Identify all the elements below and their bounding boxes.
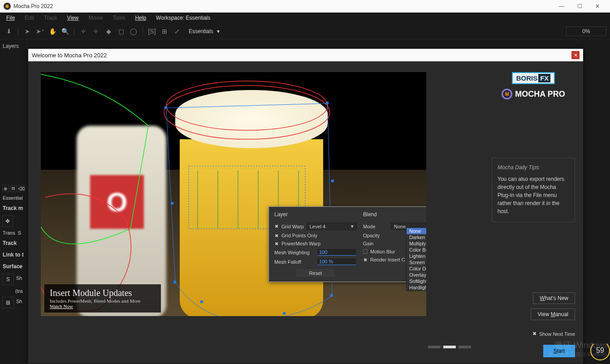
save-icon[interactable]: ⬇ <box>4 26 14 37</box>
hero-caption: Insert Module Updates Includes PowerMesh… <box>44 284 161 313</box>
pointer-plus-icon[interactable]: ➤⁺ <box>35 26 45 37</box>
menu-edit[interactable]: Edit <box>21 14 38 22</box>
mode-option[interactable]: Softlight <box>407 278 426 284</box>
svg-rect-6 <box>330 294 333 297</box>
mode-dropdown-list[interactable]: None Darken Multiply Color Burn Lighten … <box>406 227 426 291</box>
welcome-close-button[interactable]: ✕ <box>571 51 580 59</box>
expand-icon[interactable]: ⤢ <box>172 26 182 37</box>
menu-tools[interactable]: Tools <box>109 14 129 22</box>
carousel-dot[interactable] <box>443 346 456 348</box>
surface-grid-icon[interactable]: ⊞ <box>2 297 14 308</box>
mode-option[interactable]: Color Dodge <box>407 266 426 272</box>
layer-del-icon[interactable]: ⌫ <box>18 185 25 192</box>
render-insert-label: Render Insert C <box>370 257 405 262</box>
minimize-button[interactable]: — <box>553 0 571 13</box>
tra-label: (tra <box>2 287 26 295</box>
show-next-checkbox[interactable]: ✖ <box>532 331 536 337</box>
zoom-icon[interactable]: 🔍 <box>60 26 70 37</box>
welcome-dialog: Welcome to Mocha Pro 2022 ✕ O <box>28 48 584 364</box>
spline-x-icon[interactable]: ✧ <box>78 26 89 37</box>
chevron-down-icon: ▾ <box>351 223 354 229</box>
start-button[interactable]: Start <box>543 345 575 357</box>
ellipse-x-icon[interactable]: ◯ <box>128 26 139 37</box>
layers-panel-header: Layers <box>2 42 26 54</box>
tips-title: Mocha Daily Tips: <box>498 164 569 171</box>
workspace-dropdown[interactable]: Essentials ▾ <box>184 27 224 35</box>
mesh-weighting-input[interactable]: 100 <box>317 249 356 256</box>
welcome-header: Welcome to Mocha Pro 2022 ✕ <box>28 49 583 61</box>
layer-dup-icon[interactable]: ⧉ <box>10 185 17 192</box>
sh2-label: Sh <box>15 297 23 308</box>
grid-warp-checkbox[interactable] <box>274 224 279 229</box>
reset-button[interactable]: Reset <box>296 269 335 277</box>
pointer-icon[interactable]: ➤ <box>22 26 33 37</box>
svg-rect-4 <box>164 106 167 109</box>
grid-points-label: Grid Points Only <box>281 233 317 238</box>
grid-points-checkbox[interactable] <box>274 233 279 238</box>
layer-add-icon[interactable]: ⊕ <box>2 185 9 192</box>
trans-label: Trans <box>3 230 15 236</box>
menu-movie[interactable]: Movie <box>85 14 106 22</box>
caption-title: Insert Module Updates <box>50 288 156 298</box>
menu-view[interactable]: View <box>64 14 82 22</box>
progress-indicator: 0% <box>566 26 606 36</box>
mode-option[interactable]: Hardlight <box>407 284 426 291</box>
maximize-button[interactable]: ☐ <box>571 0 588 13</box>
track-motion-label: Track m <box>2 202 26 214</box>
view-manual-button[interactable]: View Manual <box>531 308 575 320</box>
show-next-label: Show Next Time <box>539 331 575 337</box>
svg-point-1 <box>164 86 330 139</box>
mode-option[interactable]: Overlay <box>407 272 426 278</box>
grid-warp-level-dropdown[interactable]: Level 4▾ <box>307 223 357 230</box>
whats-new-button[interactable]: What's New <box>533 292 575 304</box>
mode-label: Mode <box>363 224 388 229</box>
carousel-dots <box>428 346 471 348</box>
mode-option[interactable]: Lighten <box>407 253 426 259</box>
carousel-dot[interactable] <box>459 346 471 348</box>
rect-x-icon[interactable]: ▢ <box>116 26 126 37</box>
svg-rect-10 <box>200 300 203 303</box>
mode-option[interactable]: Multiply <box>407 240 426 247</box>
menu-workspace[interactable]: Workspace: Essentials <box>152 14 214 22</box>
motion-blur-label: Motion Blur <box>370 249 395 254</box>
spline-b-icon[interactable]: ✧ <box>91 26 101 37</box>
hand-icon[interactable]: ✋ <box>47 26 58 37</box>
mode-option[interactable]: Darken <box>407 234 426 240</box>
hero-image: O Insert Module Updates Includes PowerMe… <box>41 72 426 316</box>
mochapro-logo: MMOCHA PRO <box>492 89 575 99</box>
workspace-label: Essentials <box>189 28 213 34</box>
chevron-down-icon: ▾ <box>217 28 220 34</box>
grid-icon[interactable]: ⊞ <box>159 26 170 37</box>
svg-rect-7 <box>173 281 176 283</box>
caption-link[interactable]: Watch Now <box>50 304 156 309</box>
powermesh-checkbox[interactable] <box>274 241 279 246</box>
tips-body: You can also export renders directly out… <box>498 175 569 215</box>
render-insert-checkbox[interactable] <box>363 257 368 262</box>
translate-icon[interactable]: ✥ <box>2 215 13 227</box>
title-bar: Mocha Pro 2022 — ☐ ✕ <box>0 0 610 13</box>
window-title: Mocha Pro 2022 <box>13 3 53 9</box>
menu-help[interactable]: Help <box>131 14 150 22</box>
surface-s-icon[interactable]: S <box>2 274 14 285</box>
layer-blend-panel: Layer Grid Warp Level 4▾ Grid Points Onl… <box>268 206 426 282</box>
app-logo-icon <box>4 3 11 10</box>
brand-block: BORISFX MMOCHA PRO <box>492 72 575 99</box>
mode-option[interactable]: Color Burn <box>407 247 426 253</box>
surf-s-icon[interactable]: [S] <box>147 26 157 37</box>
menu-track[interactable]: Track <box>40 14 61 22</box>
blend-section-header: Blend <box>363 211 426 218</box>
grid-warp-label: Grid Warp <box>281 224 304 229</box>
borisfx-logo: BORISFX <box>512 72 555 84</box>
motion-blur-checkbox[interactable] <box>363 249 368 254</box>
welcome-title: Welcome to Mocha Pro 2022 <box>32 52 107 59</box>
menu-file[interactable]: File <box>3 14 18 22</box>
mesh-falloff-input[interactable]: 100 % <box>317 258 356 265</box>
mode-option[interactable]: None <box>407 228 426 234</box>
corner-badge: 59 <box>590 341 610 360</box>
mode-option[interactable]: Screen <box>407 259 426 266</box>
mask-icon[interactable]: ◆ <box>103 26 114 37</box>
close-button[interactable]: ✕ <box>588 0 606 13</box>
svg-rect-5 <box>326 102 329 104</box>
link-label: Link to t <box>2 249 26 261</box>
carousel-dot[interactable] <box>428 346 441 348</box>
